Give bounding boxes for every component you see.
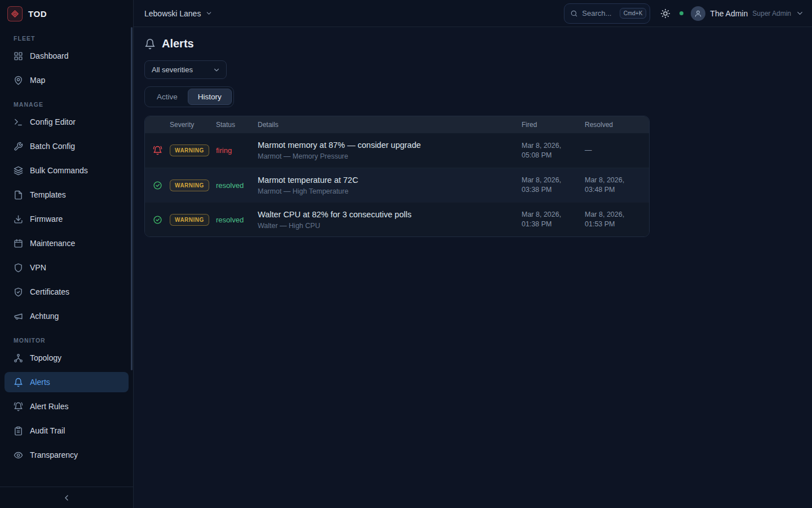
sidebar-item-maintenance[interactable]: Maintenance: [5, 233, 129, 253]
download-icon: [14, 214, 23, 224]
col-header-status: Status: [216, 121, 258, 129]
tab-active[interactable]: Active: [147, 89, 188, 105]
sidebar-item-label: Config Editor: [30, 117, 76, 126]
resolved-timestamp: Mar 8, 2026, 01:53 PM: [585, 210, 649, 229]
bell-ring-icon: [14, 402, 23, 411]
sidebar-item-label: Alert Rules: [30, 402, 68, 411]
table-header-row: Severity Status Details Fired Resolved: [145, 116, 649, 133]
chevron-left-icon: [62, 493, 71, 502]
sidebar-item-label: Audit Trail: [30, 426, 65, 435]
user-role-badge: Super Admin: [752, 10, 791, 17]
chevron-down-icon: [205, 10, 213, 17]
search-icon: [570, 10, 578, 17]
sidebar-item-bulk-commands[interactable]: Bulk Commands: [5, 160, 129, 181]
sidebar-item-templates[interactable]: Templates: [5, 185, 129, 205]
bell-icon: [144, 38, 156, 50]
sidebar-item-certificates[interactable]: Certificates: [5, 282, 129, 302]
sidebar-item-label: Alerts: [30, 378, 50, 387]
search-shortcut-badge: Cmd+K: [620, 8, 647, 19]
sidebar-item-transparency[interactable]: Transparency: [5, 445, 129, 465]
global-search[interactable]: Cmd+K: [564, 3, 650, 24]
sidebar-item-label: Firmware: [30, 214, 63, 224]
main-content: Alerts All severities Active History Sev…: [134, 27, 812, 508]
user-name: The Admin: [710, 9, 748, 18]
col-header-icon: [145, 121, 170, 129]
file-icon: [14, 190, 23, 200]
status-text: resolved: [216, 216, 258, 224]
eye-icon: [14, 450, 23, 460]
sidebar-item-alerts[interactable]: Alerts: [5, 372, 129, 392]
sidebar-nav: FLEET Dashboard Map MANAGE Config Editor…: [0, 27, 133, 465]
sidebar-item-label: Topology: [30, 353, 61, 362]
sidebar-item-label: Bulk Commands: [30, 166, 88, 175]
user-menu[interactable]: The Admin Super Admin: [691, 6, 804, 21]
sun-icon: [660, 8, 670, 19]
megaphone-icon: [14, 312, 23, 321]
sidebar-item-label: Transparency: [30, 450, 78, 459]
alert-details: Marmot memory at 87% — consider upgrade …: [258, 141, 522, 160]
table-row[interactable]: WARNING resolved Walter CPU at 82% for 3…: [145, 202, 649, 237]
alert-subtitle: Walter — High CPU: [258, 222, 513, 230]
org-name: Lebowski Lanes: [144, 9, 201, 18]
page-title: Alerts: [162, 37, 194, 50]
org-selector[interactable]: Lebowski Lanes: [144, 9, 213, 18]
fired-timestamp: Mar 8, 2026, 01:38 PM: [522, 210, 585, 229]
fired-timestamp: Mar 8, 2026, 05:08 PM: [522, 141, 585, 160]
alerts-table: Severity Status Details Fired Resolved W…: [144, 116, 650, 237]
sidebar-item-label: Templates: [30, 190, 66, 199]
severity-badge: WARNING: [170, 144, 209, 156]
alert-details: Marmot temperature at 72C Marmot — High …: [258, 176, 522, 195]
resolved-timestamp: Mar 8, 2026, 03:48 PM: [585, 176, 649, 195]
alert-subtitle: Marmot — Memory Pressure: [258, 152, 513, 160]
sidebar-item-vpn[interactable]: VPN: [5, 257, 129, 278]
status-text: firing: [216, 146, 258, 155]
col-header-details: Details: [258, 121, 522, 129]
layers-icon: [14, 166, 23, 176]
nav-section-manage: MANAGE: [5, 94, 129, 112]
brand: TOD: [0, 0, 133, 27]
calendar-icon: [14, 239, 23, 248]
sidebar-item-label: Map: [30, 76, 45, 85]
sidebar-item-label: Dashboard: [30, 51, 69, 60]
sidebar-item-label: Certificates: [30, 287, 69, 296]
resolved-timestamp: —: [585, 146, 649, 155]
brand-name: TOD: [28, 9, 47, 19]
sidebar-item-alert-rules[interactable]: Alert Rules: [5, 396, 129, 417]
table-row[interactable]: WARNING resolved Marmot temperature at 7…: [145, 168, 649, 202]
sidebar-item-achtung[interactable]: Achtung: [5, 306, 129, 326]
sidebar-item-dashboard[interactable]: Dashboard: [5, 46, 129, 66]
sidebar-item-config-editor[interactable]: Config Editor: [5, 112, 129, 132]
nav-section-fleet: FLEET: [5, 28, 129, 46]
severity-badge: WARNING: [170, 179, 209, 191]
theme-toggle-button[interactable]: [660, 8, 670, 19]
sidebar-item-firmware[interactable]: Firmware: [5, 209, 129, 229]
sidebar-item-label: Batch Config: [30, 142, 75, 151]
sidebar-item-map[interactable]: Map: [5, 70, 129, 90]
nav-section-monitor: MONITOR: [5, 330, 129, 348]
network-icon: [14, 353, 23, 363]
check-circle-icon: [153, 215, 162, 225]
sidebar-item-audit-trail[interactable]: Audit Trail: [5, 421, 129, 441]
shield-icon: [14, 263, 23, 273]
alert-subtitle: Marmot — High Temperature: [258, 187, 513, 195]
shield-check-icon: [14, 287, 23, 297]
sidebar-item-batch-config[interactable]: Batch Config: [5, 136, 129, 156]
sidebar-scrollbar[interactable]: [131, 27, 133, 370]
sidebar: TOD FLEET Dashboard Map MANAGE Config Ed…: [0, 0, 134, 508]
col-header-fired: Fired: [522, 121, 585, 129]
avatar: [691, 6, 705, 21]
search-input[interactable]: [582, 9, 615, 17]
col-header-resolved: Resolved: [585, 121, 649, 129]
sidebar-collapse-button[interactable]: [0, 487, 133, 508]
severity-filter-select[interactable]: All severities: [144, 60, 227, 79]
tab-history[interactable]: History: [188, 89, 232, 105]
alert-title: Marmot memory at 87% — consider upgrade: [258, 141, 513, 150]
grid-icon: [14, 51, 23, 61]
severity-filter-value: All severities: [152, 65, 193, 74]
sidebar-item-topology[interactable]: Topology: [5, 348, 129, 368]
terminal-icon: [14, 117, 23, 127]
status-text: resolved: [216, 181, 258, 190]
topbar: Lebowski Lanes Cmd+K The Admin Super Adm…: [134, 0, 812, 27]
wrench-icon: [14, 142, 23, 151]
table-row[interactable]: WARNING firing Marmot memory at 87% — co…: [145, 133, 649, 168]
